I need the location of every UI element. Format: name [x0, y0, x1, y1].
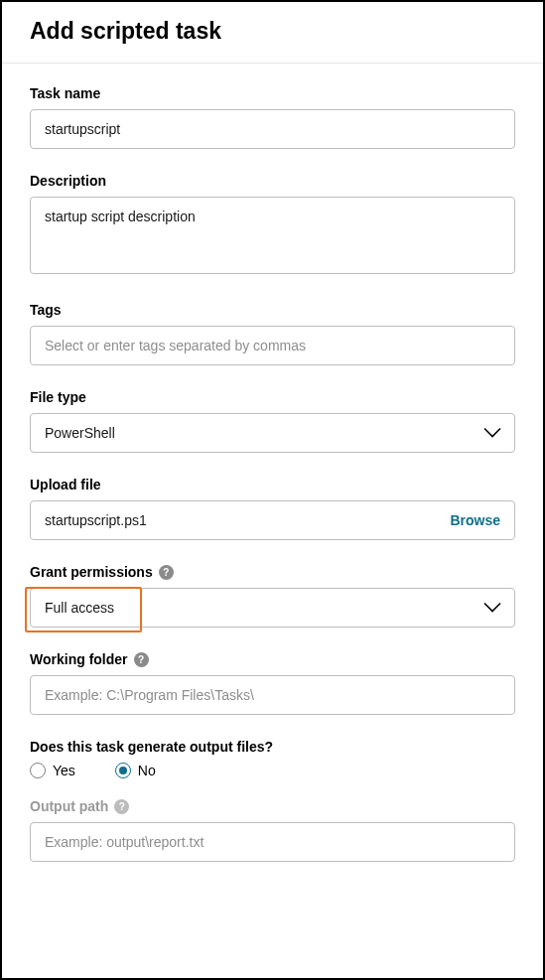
output-path-input[interactable] [30, 822, 515, 862]
radio-icon [30, 763, 46, 778]
radio-icon [115, 763, 131, 778]
browse-link[interactable]: Browse [450, 512, 500, 528]
help-icon[interactable]: ? [134, 652, 149, 667]
field-upload-file: Upload file startupscript.ps1 Browse [30, 477, 515, 540]
working-folder-input[interactable] [30, 675, 515, 715]
dialog-header: Add scripted task [2, 2, 543, 64]
radio-no[interactable]: No [115, 763, 156, 778]
upload-file-control: startupscript.ps1 Browse [30, 500, 515, 540]
field-tags: Tags [30, 302, 515, 365]
upload-filename: startupscript.ps1 [45, 512, 450, 528]
field-output-path: Output path ? [30, 798, 515, 862]
dialog-title: Add scripted task [30, 18, 515, 45]
output-path-label: Output path [30, 798, 108, 814]
radio-yes-label: Yes [53, 763, 75, 778]
description-textarea[interactable] [30, 197, 515, 274]
field-task-name: Task name [30, 85, 515, 149]
radio-no-label: No [138, 763, 156, 778]
file-type-select[interactable]: PowerShell [30, 413, 515, 453]
dialog-add-scripted-task: Add scripted task Task name Description … [0, 0, 545, 980]
help-icon[interactable]: ? [159, 565, 174, 580]
grant-permissions-label: Grant permissions [30, 564, 153, 580]
file-type-label: File type [30, 389, 515, 405]
field-working-folder: Working folder ? [30, 651, 515, 715]
form-body: Task name Description Tags File type Pow… [2, 64, 543, 906]
field-generate-output: Does this task generate output files? Ye… [30, 739, 515, 778]
field-grant-permissions: Grant permissions ? Full access [30, 564, 515, 628]
field-description: Description [30, 173, 515, 278]
tags-input[interactable] [30, 326, 515, 365]
tags-label: Tags [30, 302, 515, 318]
working-folder-label: Working folder [30, 651, 128, 667]
generate-output-label: Does this task generate output files? [30, 739, 515, 755]
grant-permissions-select[interactable]: Full access [30, 588, 515, 628]
field-file-type: File type PowerShell [30, 389, 515, 453]
task-name-label: Task name [30, 85, 515, 101]
upload-file-label: Upload file [30, 477, 515, 492]
help-icon[interactable]: ? [114, 799, 129, 814]
task-name-input[interactable] [30, 109, 515, 149]
description-label: Description [30, 173, 515, 189]
radio-yes[interactable]: Yes [30, 763, 75, 778]
